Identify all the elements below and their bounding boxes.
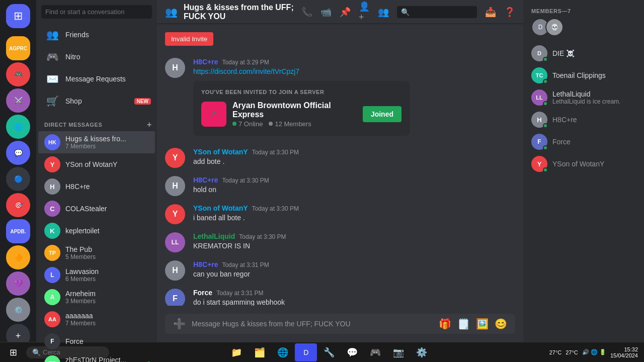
server-7[interactable]: 🎯 [6,193,30,217]
gift-icon[interactable]: 🎁 [439,318,451,330]
taskbar-explorer[interactable]: 📁 [225,343,248,361]
lawvasion-name: Lawvasion [65,267,151,276]
hugs-kisses-name: Hugs & kisses fro... [65,135,151,143]
server-10[interactable]: 💜 [6,272,30,296]
emoji-icon[interactable]: 😊 [495,318,507,330]
taskbar-app2[interactable]: 💬 [341,343,363,361]
dm-item-yson[interactable]: Y YSon of WotanY [38,153,155,175]
h8cre-msg-content-2: H8C+re Today at 3:30 PM hold on [193,176,515,196]
lethalliquid-msg-timestamp-1: Today at 3:30 PM [239,233,286,240]
invite-server-icon: 🎵 [201,102,226,127]
add-server-icon[interactable]: + [6,324,30,342]
keplertoilet-avatar: K [44,223,60,239]
taskbar-app4[interactable]: 📷 [387,343,410,361]
sticker-icon[interactable]: 🗒️ [457,318,470,330]
join-server-button[interactable]: Joined [363,106,401,122]
member-item-h8cre[interactable]: H H8C+re [527,109,640,131]
yson-msg-content-1: YSon of WotanY Today at 3:30 PM add bote… [193,148,515,168]
pin-button[interactable]: 📌 [340,7,351,18]
member-item-lethalliquid[interactable]: LL LethalLiquid LethalLiquid is ice crea… [527,86,640,109]
dm-item-hugs-kisses[interactable]: HK Hugs & kisses fro... 7 Members ✕ [38,131,155,153]
arneheim-name: Arneheim [65,290,151,298]
member-item-die[interactable]: D DIE ☠️ [527,42,640,64]
server-11[interactable]: ⚙️ [6,298,30,322]
h8cre-member-avatar: H [531,112,547,128]
yson-msg-avatar-1: Y [165,148,185,168]
the-pub-sub: 5 Members [65,253,151,260]
nitro-label: Nitro [65,53,151,61]
server-9[interactable]: 🔶 [6,245,30,269]
dm-item-h8cre[interactable]: H H8C+re [38,175,155,198]
invite-link[interactable]: https://discord.com/invite/tVrCpzj7 [193,67,299,75]
server-3[interactable]: ⚔️ [6,88,30,113]
taskbar-clock: 15:32 15/04/2024 [610,346,638,358]
h8cre-msg-avatar-2: H [165,176,185,196]
nav-shop[interactable]: 🛒 Shop NEW [38,90,155,112]
server-5[interactable]: 💬 [6,141,30,165]
dm-search-input[interactable] [41,5,152,19]
taskbar-app1[interactable]: 🔧 [318,343,340,361]
video-button[interactable]: 📹 [320,7,332,18]
dm-item-the-pub[interactable]: TP The Pub 5 Members [38,242,155,264]
nitro-icon: 🎮 [44,49,60,65]
dm-item-arneheim[interactable]: A Arneheim 3 Members [38,286,155,308]
taskbar-time: 15:32 [610,346,638,352]
dm-item-colastealer[interactable]: C COLAStealer [38,198,155,220]
dm-item-zhestorn[interactable]: ZP zhEsT0rN Project... 8 Members [38,352,155,362]
dm-item-force[interactable]: F Force [38,330,155,352]
nav-friends[interactable]: 👥 Friends [38,24,155,46]
attach-icon[interactable]: ➕ [173,318,186,330]
lawvasion-avatar: L [44,267,60,283]
dm-item-aaaaaaa[interactable]: AA aaaaaaa 7 Members [38,308,155,330]
start-button[interactable]: ⊞ [2,343,24,361]
call-button[interactable]: 📞 [301,7,312,18]
server-6[interactable]: 🔵 [6,167,30,191]
message-group-force-1: F Force Today at 3:31 PM do i start spam… [165,289,515,306]
member-item-force[interactable]: F Force [527,131,640,153]
member-item-toenail[interactable]: TC Toenail Clippings [527,64,640,86]
dm-item-lawvasion[interactable]: L Lawvasion 6 Members [38,264,155,286]
message-input[interactable] [192,314,433,334]
lethalliquid-member-avatar: LL [531,89,547,106]
nav-message-requests[interactable]: ✉️ Message Requests [38,68,155,90]
members-header: MEMBERS—7 [527,8,640,14]
lawvasion-sub: 6 Members [65,276,151,283]
h8cre-msg-author-3: H8C+re [193,260,218,268]
taskbar-app3[interactable]: 🎮 [364,343,386,361]
yson-msg-author-2: YSon of WotanY [193,204,248,212]
channel-type-icon: 👥 [165,6,178,18]
members-button[interactable]: 👥 [378,7,389,18]
discord-home-icon[interactable]: ⊞ [6,4,30,28]
invite-embed-label: YOU'VE BEEN INVITED TO JOIN A SERVER [201,89,401,95]
dm-item-keplertoilet[interactable]: K keplertoilet [38,220,155,242]
die-member-name: DIE ☠️ [552,49,575,57]
header-search-input[interactable] [413,8,473,16]
member-avatar-icon2: 💀 [545,18,564,36]
force-name: Force [65,337,151,345]
new-dm-button[interactable]: + [147,120,152,129]
server-apdb[interactable]: APDB. [6,219,30,243]
member-avatars-row: D 💀 [527,18,640,36]
messages-area[interactable]: Invalid Invite H H8C+re Today at 3:29 PM… [157,24,523,306]
lethalliquid-member-name: LethalLiquid [552,90,620,98]
nav-nitro[interactable]: 🎮 Nitro [38,46,155,68]
toenail-member-name: Toenail Clippings [552,71,606,79]
taskbar-app5[interactable]: ⚙️ [411,343,433,361]
message-requests-icon: ✉️ [44,71,60,87]
h8cre-msg-timestamp-3: Today at 3:31 PM [222,261,269,268]
dm-icon[interactable]: 📥 [485,7,496,18]
server-agprc[interactable]: AGPRC [6,36,30,60]
yson-msg-timestamp-1: Today at 3:30 PM [252,149,299,156]
add-member-button[interactable]: 👤+ [359,1,370,23]
h8cre-msg-text-3: can you ban regor [193,269,515,280]
help-button[interactable]: ❓ [504,7,515,18]
colastealer-name: COLAStealer [65,205,151,213]
server-2[interactable]: 🎮 [6,62,30,86]
taskbar-files[interactable]: 🗂️ [249,343,271,361]
server-4[interactable]: 🌐 [6,115,30,139]
gif-icon[interactable]: 🖼️ [476,318,489,330]
member-item-yson[interactable]: Y YSon of WotanY [527,153,640,175]
taskbar-discord[interactable]: D [295,343,317,361]
taskbar-chrome[interactable]: 🌐 [272,343,294,361]
lethalliquid-member-status: LethalLiquid is ice cream. [552,98,620,105]
